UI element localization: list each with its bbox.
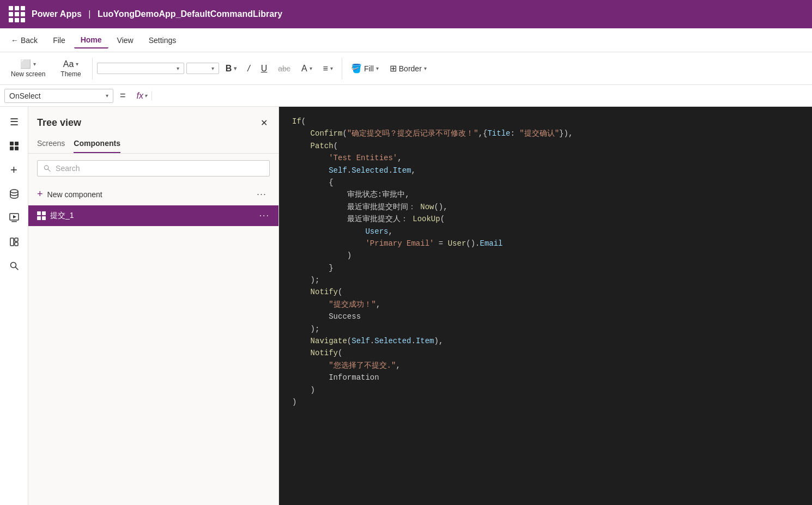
code-line-17: Success <box>292 311 799 323</box>
menu-view[interactable]: View <box>111 33 140 48</box>
tree-item-submit1[interactable]: 提交_1 ··· <box>28 205 278 226</box>
code-line-11: 'Primary Email' = User().Email <box>292 238 799 250</box>
code-editor[interactable]: If( Confirm("确定提交吗？提交后记录不可修改！",{Title: "… <box>279 107 812 505</box>
main-content: ☰ + <box>0 107 812 505</box>
media-icon-button[interactable] <box>3 207 25 229</box>
svg-rect-2 <box>10 147 14 150</box>
italic-button[interactable]: / <box>243 62 254 76</box>
code-line-24: ) <box>292 396 799 408</box>
code-line-2: Confirm("确定提交吗？提交后记录不可修改！",{Title: "提交确认… <box>292 127 799 139</box>
svg-rect-0 <box>10 142 14 145</box>
formula-fx-button[interactable]: fx ▾ <box>132 91 152 101</box>
property-selector[interactable]: OnSelect ▾ <box>4 89 113 103</box>
code-line-13: } <box>292 262 799 274</box>
add-icon-button[interactable]: + <box>3 159 25 181</box>
tree-panel-header: Tree view ✕ <box>28 107 278 135</box>
code-line-10: Users, <box>292 226 799 238</box>
item-more-button[interactable]: ··· <box>259 211 270 221</box>
font-size-dropdown-arrow-icon: ▾ <box>211 65 214 71</box>
back-arrow-icon: ← <box>11 36 19 45</box>
code-line-21: "您选择了不提交.", <box>292 360 799 372</box>
menu-home[interactable]: Home <box>74 32 108 48</box>
svg-line-14 <box>48 169 50 171</box>
property-dropdown-arrow-icon: ▾ <box>106 93 108 99</box>
code-line-12: ) <box>292 250 799 261</box>
fill-dropdown-arrow-icon: ▾ <box>376 65 379 71</box>
code-line-20: Notify( <box>292 347 799 359</box>
svg-rect-10 <box>15 242 18 246</box>
theme-button[interactable]: Aa ▾ Theme <box>54 57 87 80</box>
font-color-dropdown-arrow-icon: ▾ <box>310 65 312 71</box>
title-bar-title: Power Apps | LuoYongDemoApp_DefaultComma… <box>32 9 282 19</box>
database-icon-button[interactable] <box>3 183 25 205</box>
tab-components[interactable]: Components <box>74 135 120 153</box>
border-dropdown-arrow-icon: ▾ <box>424 65 427 71</box>
ribbon-separator-2 <box>342 58 342 80</box>
strikethrough-button[interactable]: abc <box>274 62 295 75</box>
new-screen-dropdown-arrow-icon: ▾ <box>33 61 36 67</box>
menu-file[interactable]: File <box>46 33 72 48</box>
underline-button[interactable]: U <box>257 62 272 76</box>
svg-rect-3 <box>15 147 19 150</box>
formula-fx-dropdown-arrow-icon: ▾ <box>144 93 147 99</box>
search-box[interactable] <box>37 160 270 177</box>
search-icon-button[interactable] <box>3 255 25 277</box>
code-line-22: Information <box>292 372 799 384</box>
app-grid-icon[interactable] <box>9 6 25 22</box>
theme-icon: Aa <box>63 59 74 69</box>
svg-rect-1 <box>15 142 19 145</box>
bold-dropdown-arrow-icon: ▾ <box>234 65 237 71</box>
fill-button[interactable]: 🪣 Fill ▾ <box>347 61 383 76</box>
code-line-8: 最近审批提交时间： Now(), <box>292 201 799 213</box>
tree-tabs: Screens Components <box>28 135 278 154</box>
font-family-dropdown[interactable]: ▾ <box>97 63 184 74</box>
formula-equals: = <box>118 90 128 101</box>
code-line-23: ) <box>292 384 799 396</box>
code-line-5: Self.Selected.Item, <box>292 165 799 177</box>
svg-point-4 <box>10 190 18 193</box>
variables-icon-button[interactable] <box>3 231 25 253</box>
title-bar: Power Apps | LuoYongDemoApp_DefaultComma… <box>0 0 812 28</box>
font-color-button[interactable]: A ▾ <box>297 62 317 76</box>
sidebar-icons: ☰ + <box>0 107 28 505</box>
code-line-4: 'Test Entities', <box>292 152 799 164</box>
new-component-plus-icon: + <box>37 188 43 200</box>
tree-panel-close-button[interactable]: ✕ <box>258 115 270 130</box>
svg-rect-7 <box>11 221 17 222</box>
hamburger-icon-button[interactable]: ☰ <box>3 111 25 133</box>
fill-icon: 🪣 <box>351 63 362 74</box>
new-screen-button[interactable]: ⬜ ▾ New screen <box>4 57 52 80</box>
tab-screens[interactable]: Screens <box>37 135 65 153</box>
font-family-dropdown-arrow-icon: ▾ <box>177 65 179 71</box>
tree-panel: Tree view ✕ Screens Components + <box>28 107 279 505</box>
bold-button[interactable]: B ▾ <box>221 62 241 76</box>
code-line-9: 最近审批提交人： LookUp( <box>292 213 799 225</box>
svg-rect-9 <box>15 238 18 241</box>
new-component-button[interactable]: + New component ··· <box>28 183 278 205</box>
theme-dropdown-arrow-icon: ▾ <box>76 61 78 67</box>
tree-search <box>28 154 278 183</box>
border-button[interactable]: ⊞ Border ▾ <box>385 61 431 76</box>
layers-icon-button[interactable] <box>3 135 25 157</box>
new-component-more-button[interactable]: ··· <box>253 187 270 201</box>
svg-rect-8 <box>10 238 14 246</box>
code-line-3: Patch( <box>292 140 799 152</box>
code-line-7: 审批状态:审批中, <box>292 188 799 200</box>
ribbon-bar: ⬜ ▾ New screen Aa ▾ Theme ▾ ▾ B ▾ / U ab… <box>0 52 812 85</box>
back-button[interactable]: ← Back <box>4 33 44 48</box>
svg-line-12 <box>15 267 18 270</box>
menu-bar: ← Back File Home View Settings <box>0 28 812 52</box>
code-line-15: Notify( <box>292 286 799 298</box>
align-button[interactable]: ≡ ▾ <box>319 62 337 76</box>
code-line-19: Navigate(Self.Selected.Item), <box>292 335 799 347</box>
new-component-label: + New component <box>37 188 102 200</box>
svg-marker-6 <box>13 215 16 218</box>
code-line-14: ); <box>292 274 799 286</box>
search-input[interactable] <box>56 164 264 173</box>
search-icon <box>43 164 51 173</box>
code-line-16: "提交成功！", <box>292 299 799 311</box>
new-screen-icon: ⬜ <box>20 59 31 69</box>
font-size-dropdown[interactable]: ▾ <box>186 63 219 74</box>
menu-settings[interactable]: Settings <box>142 33 183 48</box>
component-icon <box>37 211 46 220</box>
